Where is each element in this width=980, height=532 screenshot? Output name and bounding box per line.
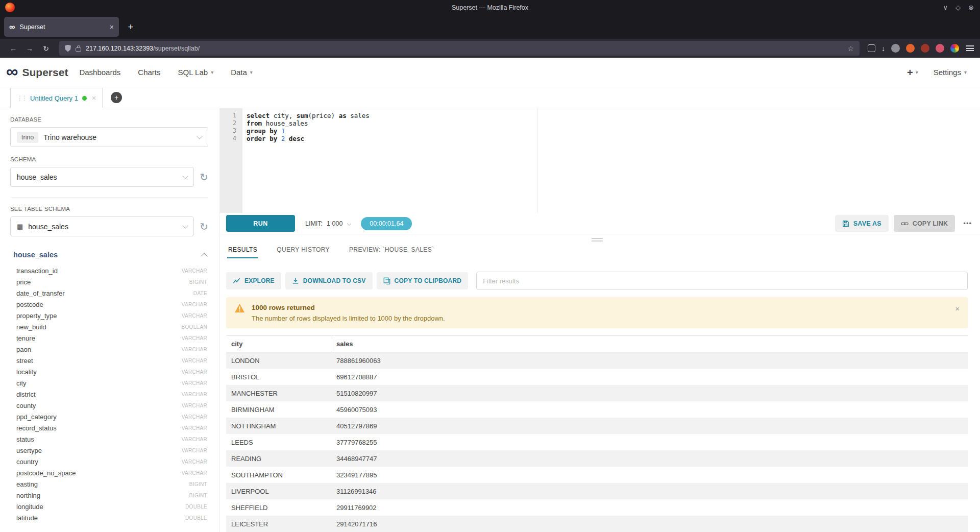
column-row: district VARCHAR: [10, 389, 208, 400]
column-type: VARCHAR: [182, 414, 207, 420]
column-row: status VARCHAR: [10, 433, 208, 445]
table-row: LEICESTER 29142071716: [226, 516, 968, 532]
warning-icon: [234, 303, 245, 313]
column-type: DOUBLE: [185, 515, 207, 521]
sqllab-sidebar: DATABASE trino Trino warehouse SCHEMA ho…: [0, 108, 220, 532]
alert-close-icon[interactable]: ×: [955, 303, 960, 313]
reload-button[interactable]: ↻: [39, 41, 53, 56]
table-row: BIRMINGHAM 45960075093: [226, 401, 968, 418]
column-name: new_build: [16, 323, 46, 331]
menu-icon[interactable]: [966, 45, 974, 51]
table-row: READING 34468947747: [226, 450, 968, 467]
new-tab-button[interactable]: +: [123, 19, 138, 35]
schema-select[interactable]: house_sales: [10, 167, 194, 187]
column-type: VARCHAR: [182, 448, 207, 453]
extension-icon-a[interactable]: [891, 44, 900, 53]
schema-refresh-icon[interactable]: ↻: [200, 172, 208, 182]
table-schema-select[interactable]: ▦ house_sales: [10, 216, 194, 236]
download-csv-button[interactable]: DOWNLOAD TO CSV: [285, 272, 373, 289]
chevron-down-icon: [197, 133, 202, 139]
window-maximize-icon[interactable]: ◇: [955, 4, 961, 11]
editor-ruler: [537, 108, 538, 213]
forward-button[interactable]: →: [22, 41, 37, 56]
chart-icon: [233, 277, 240, 284]
extension-icon-e[interactable]: [950, 44, 959, 53]
extension-icon-d[interactable]: [936, 44, 944, 53]
table-row: NOTTINGHAM 40512797869: [226, 418, 968, 434]
table-refresh-icon[interactable]: ↻: [200, 222, 208, 232]
copy-clipboard-button[interactable]: COPY TO CLIPBOARD: [377, 272, 469, 289]
add-query-tab-button[interactable]: +: [111, 92, 122, 103]
nav-item[interactable]: SQL Lab ▾: [178, 68, 213, 77]
bookmark-star-icon[interactable]: ☆: [847, 44, 854, 53]
columns-list: transaction_id VARCHAR price BIGINT date…: [10, 265, 208, 523]
column-type: VARCHAR: [182, 392, 207, 397]
window-shade-icon[interactable]: ∨: [943, 4, 948, 11]
column-type: DOUBLE: [185, 504, 207, 510]
city-cell: NOTTINGHAM: [226, 422, 331, 430]
save-to-pocket-icon[interactable]: [868, 44, 875, 52]
results-tabbar: RESULTS QUERY HISTORY PREVIEW: `HOUSE_SA…: [227, 244, 968, 258]
nav-item[interactable]: Dashboards: [79, 68, 120, 77]
column-header-sales[interactable]: sales: [331, 336, 968, 352]
extension-icon-c[interactable]: [921, 44, 929, 53]
query-timer: 00:00:01.64: [361, 217, 412, 230]
results-tab[interactable]: PREVIEW: `HOUSE_SALES`: [348, 244, 435, 258]
tab-close-icon[interactable]: ×: [110, 23, 114, 31]
url-bar[interactable]: 217.160.120.143:32393/superset/sqllab/ ☆: [59, 41, 860, 56]
back-button[interactable]: ←: [6, 41, 20, 56]
city-cell: LEICESTER: [226, 520, 331, 528]
run-button[interactable]: RUN: [226, 215, 295, 232]
column-name: status: [16, 436, 34, 443]
sales-cell: 37779768255: [331, 439, 968, 446]
city-cell: READING: [226, 455, 331, 463]
browser-tab-title: Superset: [19, 23, 105, 31]
sidebar-divider: [10, 197, 208, 198]
nav-item[interactable]: Charts: [138, 68, 160, 77]
query-tab-label: Untitled Query 1: [30, 94, 78, 102]
alert-title: 1000 rows returned: [252, 304, 445, 311]
window-close-icon[interactable]: ⊗: [968, 4, 974, 11]
column-type: BIGINT: [189, 481, 207, 487]
filter-results-input[interactable]: [476, 272, 968, 290]
column-row: longitude DOUBLE: [10, 501, 208, 512]
new-item-button[interactable]: + ▾: [907, 67, 918, 78]
table-section-header[interactable]: house_sales: [13, 251, 206, 259]
firefox-icon: [5, 3, 15, 12]
pane-resize-handle[interactable]: [226, 235, 968, 244]
column-name: city: [16, 379, 27, 387]
query-tab[interactable]: ⋮⋮ Untitled Query 1 ×: [10, 88, 103, 108]
tracking-shield-icon[interactable]: [65, 45, 71, 52]
drag-handle-icon[interactable]: ⋮⋮: [17, 94, 26, 102]
sales-cell: 29142071716: [331, 520, 968, 528]
nav-item[interactable]: Data ▾: [231, 68, 253, 77]
collapse-chevron-up-icon[interactable]: [201, 253, 207, 258]
superset-logo[interactable]: ∞ Superset: [6, 65, 68, 80]
database-select[interactable]: trino Trino warehouse: [10, 127, 208, 147]
window-title: Superset — Mozilla Firefox: [452, 4, 528, 11]
column-name: district: [16, 391, 36, 398]
downloads-icon[interactable]: ↓: [881, 41, 885, 56]
sales-cell: 31126991346: [331, 488, 968, 495]
sql-editor[interactable]: 1234 select city, sum(price) as salesfro…: [220, 108, 980, 213]
column-row: county VARCHAR: [10, 400, 208, 411]
save-as-button[interactable]: SAVE AS: [835, 215, 889, 232]
query-tab-close-icon[interactable]: ×: [92, 94, 96, 102]
column-row: country VARCHAR: [10, 456, 208, 467]
line-number: 1: [220, 112, 236, 119]
more-options-button[interactable]: •••: [963, 220, 972, 227]
results-tab[interactable]: QUERY HISTORY: [276, 244, 331, 258]
limit-dropdown[interactable]: LIMIT: 1 000: [305, 220, 351, 227]
superset-favicon-icon: ∞: [9, 23, 15, 31]
sql-code[interactable]: select city, sum(price) as salesfrom hou…: [242, 108, 980, 213]
column-name: locality: [16, 368, 37, 376]
explore-button[interactable]: EXPLORE: [226, 272, 281, 289]
settings-menu[interactable]: Settings ▾: [934, 68, 967, 77]
column-header-city[interactable]: city: [226, 336, 331, 352]
results-tab[interactable]: RESULTS: [227, 244, 258, 258]
browser-tab[interactable]: ∞ Superset ×: [4, 17, 119, 37]
extension-icon-b[interactable]: [906, 44, 915, 53]
lock-icon[interactable]: [76, 47, 81, 52]
copy-link-button[interactable]: COPY LINK: [894, 215, 955, 232]
copy-icon: [383, 277, 390, 284]
